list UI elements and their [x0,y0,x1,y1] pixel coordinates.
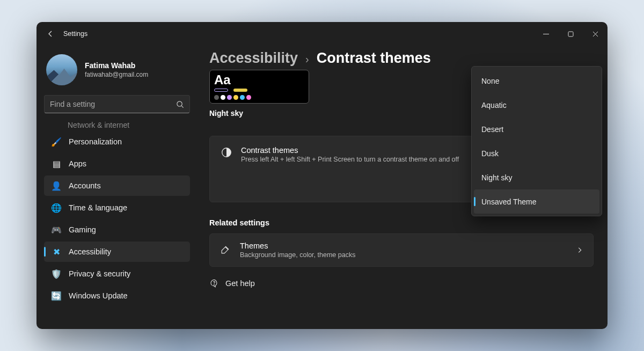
sidebar-item-accounts[interactable]: 👤Accounts [44,176,190,196]
user-email: fatiwahab@gmail.com [85,71,148,78]
sidebar-item-icon: 🛡️ [52,269,61,279]
chevron-right-icon [576,246,583,254]
sidebar-item-icon: ✖ [52,247,61,257]
svg-point-1 [177,101,182,106]
avatar [46,54,77,85]
sidebar-item-privacy-security[interactable]: 🛡️Privacy & security [44,264,190,284]
dropdown-option-none[interactable]: None [474,69,599,93]
sidebar-item-icon: 🌐 [52,203,61,213]
search-input[interactable] [50,100,176,108]
sidebar-item-label: Time & language [69,203,127,212]
breadcrumb: Accessibility › Contrast themes [209,50,594,67]
preview-sample-text: Aa [214,74,304,86]
minimize-icon [543,31,549,37]
arrow-left-icon [46,30,55,38]
close-button[interactable] [583,24,608,43]
sidebar: Fatima Wahab fatiwahab@gmail.com Network… [36,46,197,329]
settings-window: Settings Fatima Wahab fatiwahab@gmail.co… [36,22,608,329]
brush-icon [219,245,231,257]
chevron-right-icon: › [305,53,309,65]
maximize-icon [568,31,574,37]
dropdown-option-desert[interactable]: Desert [474,117,599,141]
sidebar-item-label: Personalization [69,137,122,146]
sidebar-item-label: Accounts [69,181,101,190]
sidebar-item-icon: ▤ [52,159,61,169]
sidebar-item-personalization[interactable]: 🖌️Personalization [44,131,190,152]
dropdown-option-aquatic[interactable]: Aquatic [474,93,599,117]
nav-list: Network & internet 🖌️Personalization▤App… [44,119,190,308]
swatch [214,95,219,100]
related-settings-header: Related settings [209,218,594,227]
app-title: Settings [63,30,87,38]
sidebar-item-windows-update[interactable]: 🔄Windows Update [44,286,190,306]
sidebar-item-label: Gaming [69,225,96,234]
close-icon [592,31,598,37]
contrast-icon [221,147,232,158]
swatch [227,95,232,100]
contrast-card-title: Contrast themes [241,146,459,155]
breadcrumb-current: Contrast themes [317,50,431,67]
maximize-button[interactable] [558,24,583,43]
sidebar-item-icon: 🖌️ [52,137,61,147]
sidebar-item-label: Apps [69,159,86,168]
window-controls [533,24,608,43]
search-icon [176,100,184,108]
sidebar-item-icon: 👤 [52,181,61,191]
contrast-card-subtitle: Press left Alt + left Shift + Print Scre… [241,156,459,163]
preview-swatches [214,95,304,100]
theme-preview-card[interactable]: Aa [209,70,309,104]
back-button[interactable] [41,24,60,43]
themes-title: Themes [240,242,355,250]
sidebar-item-gaming[interactable]: 🎮Gaming [44,220,190,240]
swatch [246,95,251,100]
help-icon [209,279,219,288]
get-help-label: Get help [225,279,255,288]
sidebar-item-apps[interactable]: ▤Apps [44,153,190,174]
sidebar-item-time-language[interactable]: 🌐Time & language [44,198,190,218]
minimize-button[interactable] [533,24,558,43]
preview-chip-fill [233,89,247,92]
preview-chip-outline [214,89,228,92]
themes-subtitle: Background image, color, theme packs [240,251,355,259]
swatch [221,95,225,100]
dropdown-option-unsaved-theme[interactable]: Unsaved Theme [474,189,599,214]
breadcrumb-parent[interactable]: Accessibility [209,50,298,67]
sidebar-item-icon: 🔄 [52,291,61,301]
search-box[interactable] [44,95,190,113]
dropdown-option-dusk[interactable]: Dusk [474,141,599,165]
dropdown-option-night-sky[interactable]: Night sky [474,165,599,189]
sidebar-item-icon: 🎮 [52,225,61,235]
titlebar: Settings [36,22,608,46]
svg-point-3 [214,284,215,285]
profile-block[interactable]: Fatima Wahab fatiwahab@gmail.com [44,51,190,95]
sidebar-item-label: Privacy & security [69,269,130,278]
sidebar-item-label: Windows Update [69,291,128,300]
swatch [233,95,238,100]
contrast-theme-dropdown[interactable]: NoneAquaticDesertDuskNight skyUnsaved Th… [471,66,602,216]
get-help-link[interactable]: Get help [209,279,594,288]
svg-rect-0 [568,32,573,36]
sidebar-item-accessibility[interactable]: ✖Accessibility [44,242,190,262]
swatch [240,95,245,100]
sidebar-item-label: Accessibility [69,247,111,256]
sidebar-item-cut[interactable]: Network & internet [44,119,190,131]
user-name: Fatima Wahab [85,61,148,70]
themes-link-card[interactable]: Themes Background image, color, theme pa… [209,233,594,267]
